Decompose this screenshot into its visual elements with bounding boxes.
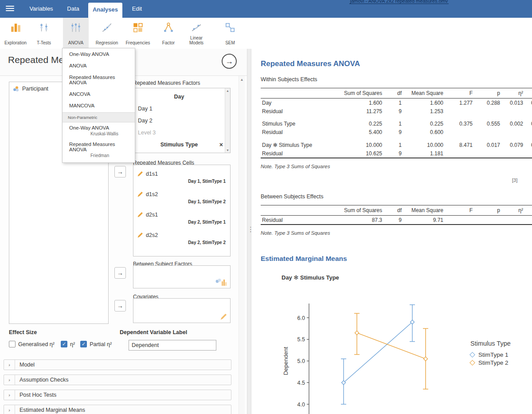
table-cell: 1.600 bbox=[403, 99, 445, 107]
options-scrollbar[interactable]: ▲ bbox=[239, 76, 245, 414]
table-header-cell: p bbox=[474, 88, 501, 99]
factor-level[interactable]: Day 2 bbox=[133, 115, 230, 127]
anova-icon bbox=[70, 22, 82, 33]
move-to-covariates-button[interactable]: → bbox=[114, 300, 126, 311]
stimtype2-marker-icon bbox=[469, 360, 475, 366]
move-to-cells-button[interactable]: → bbox=[114, 166, 126, 177]
move-to-between-button[interactable]: → bbox=[114, 267, 126, 279]
hide-options-button[interactable]: → bbox=[222, 54, 237, 69]
panel-splitter[interactable]: ⋮ bbox=[247, 49, 251, 414]
menu-item-ancova[interactable]: ANCOVA bbox=[63, 88, 135, 100]
repeated-measures-cells-box[interactable]: d1s1 Day 1, StimType 1 d1s2 Day 1, StimT… bbox=[133, 165, 231, 256]
section-model[interactable]: › Model bbox=[4, 359, 231, 370]
ribbon-button-exploration[interactable]: Exploration bbox=[2, 18, 29, 49]
exploration-icon bbox=[10, 22, 21, 33]
factor-name[interactable]: Stimulus Type bbox=[133, 139, 230, 151]
table-header-cell: Sum of Squares bbox=[339, 88, 383, 99]
results-annotation: [3] bbox=[512, 177, 517, 183]
table-cell: 10.625 bbox=[339, 149, 383, 158]
ribbon-label: Linear Models bbox=[183, 35, 210, 45]
expand-icon[interactable]: › bbox=[4, 405, 15, 414]
window-title: jamovi - ANOVA 2x2 repeated measures.omv bbox=[293, 0, 505, 4]
move-right-icon: → bbox=[117, 302, 123, 309]
menu-item-one-way-anova[interactable]: One-Way ANOVA bbox=[63, 48, 135, 60]
legend-item: StimType 1 bbox=[470, 351, 511, 359]
table-cell: 11.275 bbox=[339, 107, 383, 115]
table-cell: Day bbox=[261, 99, 339, 107]
table-cell: 9 bbox=[383, 216, 403, 225]
section-assumption-checks[interactable]: › Assumption Checks bbox=[4, 375, 231, 385]
table-cell bbox=[501, 107, 524, 115]
section-estimated-marginal-means[interactable]: › Estimated Marginal Means bbox=[4, 405, 231, 414]
ribbon-label: SEM bbox=[221, 40, 239, 45]
tab-analyses[interactable]: Analyses bbox=[88, 3, 122, 18]
table-cell: 0.600 bbox=[403, 128, 445, 137]
table-cell: 0.288 bbox=[474, 99, 501, 107]
scroll-up-icon[interactable]: ▲ bbox=[239, 78, 245, 82]
table-header-cell: F bbox=[445, 205, 474, 216]
scroll-down-icon[interactable]: ▼ bbox=[225, 149, 230, 152]
scroll-up-icon[interactable]: ▲ bbox=[225, 89, 230, 92]
tab-edit[interactable]: Edit bbox=[126, 0, 148, 18]
generalised-eta-checkbox[interactable] bbox=[9, 341, 16, 347]
table-cell: 1 bbox=[383, 99, 403, 107]
tab-data[interactable]: Data bbox=[62, 0, 84, 18]
menu-item-label: One-Way ANOVA bbox=[69, 125, 131, 130]
factor-name[interactable]: Day bbox=[133, 91, 230, 103]
ribbon-button-factor[interactable]: Factor bbox=[159, 18, 178, 49]
expand-icon[interactable]: › bbox=[4, 390, 15, 400]
menu-item-kruskal-wallis[interactable]: One-Way ANOVA Kruskal-Wallis bbox=[63, 122, 135, 139]
stimtype1-marker-icon bbox=[469, 352, 475, 358]
menu-item-mancova[interactable]: MANCOVA bbox=[63, 100, 135, 111]
ribbon-button-sem[interactable]: SEM bbox=[221, 18, 239, 49]
table-row: Residual10.62591.181 bbox=[261, 149, 532, 158]
factors-scrollbar[interactable]: ▲ ▼ bbox=[225, 88, 230, 153]
cell-item[interactable]: d2s1 Day 2, StimType 1 bbox=[133, 209, 230, 229]
tab-variables[interactable]: Variables bbox=[24, 0, 58, 18]
section-post-hoc-tests[interactable]: › Post Hoc Tests bbox=[4, 390, 231, 400]
table-cell bbox=[501, 128, 524, 137]
table-cell: 1 bbox=[383, 137, 403, 150]
expand-icon[interactable]: › bbox=[4, 360, 15, 370]
menu-item-friedman[interactable]: Repeated Measures ANOVA Friedman bbox=[63, 139, 135, 161]
continuous-watermark-icon bbox=[219, 313, 227, 321]
cell-label: Day 1, StimType 2 bbox=[137, 199, 227, 204]
table-cell: Stimulus Type bbox=[261, 115, 339, 128]
table-header-cell: η² bbox=[501, 205, 524, 216]
sem-icon bbox=[224, 22, 236, 33]
ribbon-button-frequencies[interactable]: Frequencies bbox=[124, 18, 152, 49]
dependent-variable-input[interactable] bbox=[129, 340, 216, 351]
partial-eta-checkbox[interactable]: ✓ bbox=[80, 341, 87, 347]
linear-models-icon bbox=[191, 22, 202, 33]
ribbon-button-t-tests[interactable]: T-Tests bbox=[33, 18, 55, 49]
factor-level[interactable]: Day 1 bbox=[133, 103, 230, 115]
menu-item-anova[interactable]: ANOVA bbox=[63, 60, 135, 71]
repeated-measures-factors-box[interactable]: Day Day 1 Day 2 Level 3 Stimulus Type × … bbox=[133, 88, 231, 153]
between-subject-factors-box[interactable] bbox=[133, 265, 231, 288]
emm-plot-title: Day ✻ Stimulus Type bbox=[282, 274, 339, 281]
table-cell bbox=[445, 149, 474, 158]
between-subjects-table: Sum of SquaresdfMean SquareFpη²η²ₚResidu… bbox=[261, 205, 532, 225]
eta-squared-checkbox[interactable]: ✓ bbox=[61, 341, 67, 347]
within-subjects-table-title: Within Subjects Effects bbox=[261, 76, 532, 83]
remove-factor-icon[interactable]: × bbox=[219, 139, 223, 151]
factor-level-placeholder[interactable]: Level 3 bbox=[133, 127, 230, 139]
cell-item[interactable]: d1s2 Day 1, StimType 2 bbox=[133, 188, 230, 209]
expand-icon[interactable]: › bbox=[4, 375, 15, 385]
ribbon-button-regression[interactable]: Regression bbox=[94, 18, 120, 49]
ribbon-button-linear-models[interactable]: Linear Models bbox=[183, 18, 210, 49]
cell-item[interactable]: d2s2 Day 2, StimType 2 bbox=[133, 229, 230, 249]
cell-item[interactable]: d1s1 Day 1, StimType 1 bbox=[133, 168, 230, 188]
table-cell bbox=[445, 216, 474, 225]
cell-label: Day 1, StimType 1 bbox=[137, 179, 227, 184]
nominal-variable-icon bbox=[13, 86, 19, 92]
results-panel: Repeated Measures ANOVA Within Subjects … bbox=[251, 49, 532, 414]
menu-item-sublabel: Friedman bbox=[69, 152, 131, 158]
covariates-box[interactable] bbox=[133, 298, 231, 323]
hamburger-menu-icon[interactable] bbox=[6, 6, 14, 12]
table-cell: 0.485 bbox=[524, 137, 532, 150]
between-subjects-section: Between Subjects Effects Sum of Squaresd… bbox=[261, 193, 532, 236]
eta-squared-label: η² bbox=[70, 341, 75, 347]
ribbon-button-anova[interactable]: ANOVA bbox=[63, 18, 89, 49]
menu-item-repeated-measures-anova[interactable]: Repeated Measures ANOVA bbox=[63, 71, 135, 88]
